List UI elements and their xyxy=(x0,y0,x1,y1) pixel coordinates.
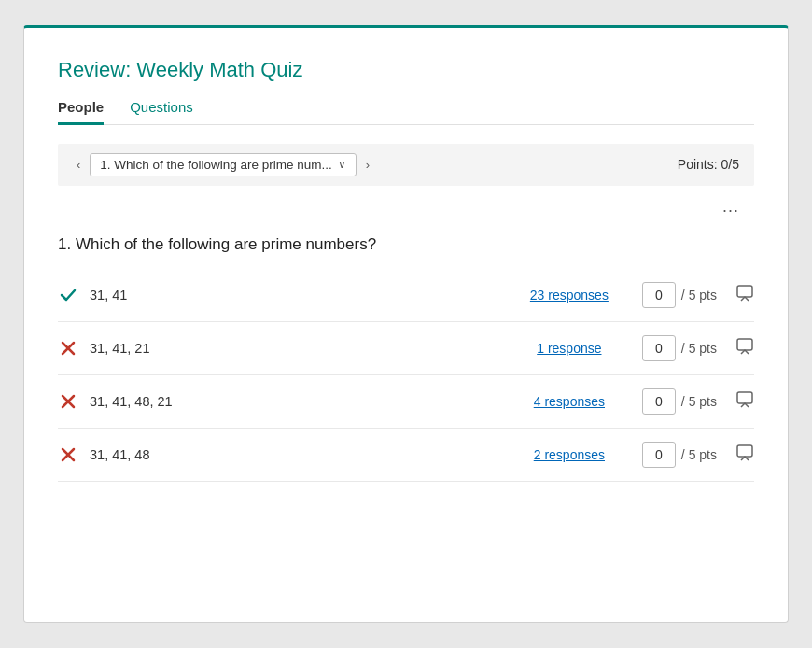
next-arrow[interactable]: › xyxy=(362,156,373,174)
svg-rect-3 xyxy=(737,339,752,350)
points-label: Points: 0/5 xyxy=(678,157,739,172)
question-text: Which of the following are prime numbers… xyxy=(76,235,376,253)
correct-icon xyxy=(58,287,78,303)
comment-icon[interactable] xyxy=(735,283,754,306)
pts-label: / 5 pts xyxy=(681,288,717,303)
answers-list: 31, 4123 responses/ 5 pts31, 41, 211 res… xyxy=(58,269,754,482)
tab-people[interactable]: People xyxy=(58,99,104,125)
prev-arrow[interactable]: ‹ xyxy=(73,156,84,174)
score-input[interactable] xyxy=(642,442,676,468)
responses-link[interactable]: 23 responses xyxy=(523,288,616,303)
score-area: / 5 pts xyxy=(642,442,717,468)
answer-row: 31, 41, 211 response/ 5 pts xyxy=(58,322,754,375)
comment-icon[interactable] xyxy=(735,443,754,466)
question-nav-left: ‹ 1. Which of the following are prime nu… xyxy=(73,153,373,176)
score-input[interactable] xyxy=(642,388,676,415)
incorrect-icon xyxy=(58,340,78,357)
question-dropdown[interactable]: 1. Which of the following are prime num.… xyxy=(90,153,356,176)
tab-bar: People Questions xyxy=(58,99,754,125)
question-number: 1. xyxy=(58,235,71,253)
incorrect-icon xyxy=(58,446,78,463)
question-nav-bar: ‹ 1. Which of the following are prime nu… xyxy=(58,144,754,186)
main-card: Review: Weekly Math Quiz People Question… xyxy=(23,25,789,623)
score-input[interactable] xyxy=(642,282,676,308)
more-options-button[interactable]: ... xyxy=(722,197,739,217)
question-title: 1. Which of the following are prime numb… xyxy=(58,235,754,254)
dropdown-text: 1. Which of the following are prime num.… xyxy=(100,158,331,172)
score-area: / 5 pts xyxy=(642,388,717,415)
svg-rect-0 xyxy=(737,286,752,297)
score-input[interactable] xyxy=(642,335,676,361)
responses-link[interactable]: 4 responses xyxy=(523,394,616,409)
nav-bar-bottom: ... xyxy=(58,193,754,224)
page-title: Review: Weekly Math Quiz xyxy=(58,58,754,82)
responses-link[interactable]: 2 responses xyxy=(523,447,616,462)
tab-questions[interactable]: Questions xyxy=(130,99,193,125)
answer-row: 31, 41, 48, 214 responses/ 5 pts xyxy=(58,375,754,429)
comment-icon[interactable] xyxy=(735,336,754,359)
incorrect-icon xyxy=(58,393,78,410)
chevron-down-icon: ∨ xyxy=(338,158,346,171)
answer-text: 31, 41, 21 xyxy=(90,341,511,356)
answer-text: 31, 41 xyxy=(90,288,511,303)
pts-label: / 5 pts xyxy=(681,341,717,356)
score-area: / 5 pts xyxy=(642,335,717,361)
answer-text: 31, 41, 48, 21 xyxy=(90,394,511,409)
answer-row: 31, 4123 responses/ 5 pts xyxy=(58,269,754,322)
score-area: / 5 pts xyxy=(642,282,717,308)
responses-link[interactable]: 1 response xyxy=(523,341,616,356)
pts-label: / 5 pts xyxy=(681,394,717,409)
comment-icon[interactable] xyxy=(735,389,754,413)
svg-rect-6 xyxy=(737,392,752,403)
svg-rect-9 xyxy=(737,445,752,457)
answer-text: 31, 41, 48 xyxy=(90,447,511,462)
pts-label: / 5 pts xyxy=(681,447,717,462)
answer-row: 31, 41, 482 responses/ 5 pts xyxy=(58,429,754,482)
